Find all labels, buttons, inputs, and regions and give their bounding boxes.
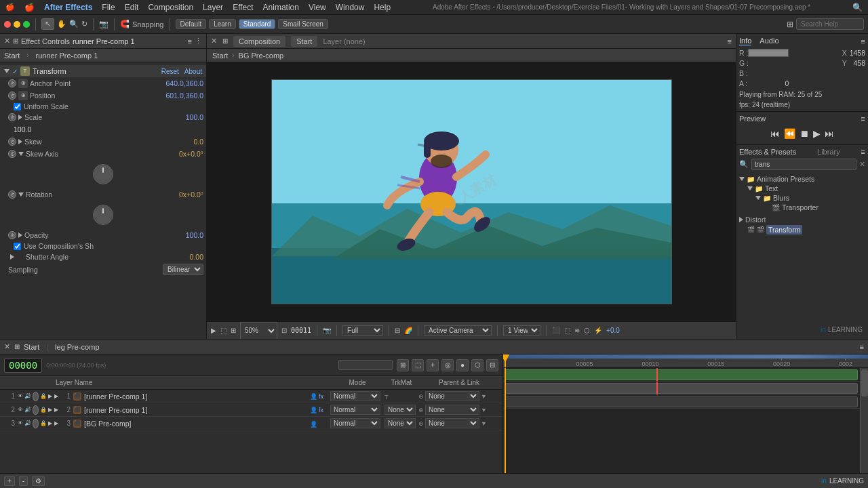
skew-stopwatch[interactable]: ⏱ bbox=[8, 138, 16, 146]
play-pause-btn[interactable]: ▶ bbox=[813, 128, 821, 139]
layer-1-mode-select[interactable]: Normal bbox=[330, 391, 380, 401]
shutter-angle-value[interactable]: 0.00 bbox=[149, 253, 203, 261]
menu-item-animation[interactable]: Animation bbox=[263, 3, 299, 12]
menu-item-aftereffects[interactable]: After Effects bbox=[44, 3, 92, 12]
skew-axis-value[interactable]: 0x+0.0° bbox=[149, 150, 203, 158]
layer-2-parent-arrow[interactable]: ▼ bbox=[481, 407, 487, 413]
layer-3-trk-select[interactable]: None bbox=[384, 418, 416, 428]
rotation-dial[interactable] bbox=[93, 205, 113, 225]
frame-blending-icon[interactable]: ⬚ bbox=[564, 327, 570, 334]
settings-btn[interactable]: ⚙ bbox=[32, 476, 45, 486]
text-folder[interactable]: 📁 Text bbox=[739, 184, 865, 193]
animation-presets-folder[interactable]: 📁 Animation Presets bbox=[739, 174, 865, 184]
skew-toggle[interactable] bbox=[18, 139, 22, 144]
rotation-value[interactable]: 0x+0.0° bbox=[149, 190, 203, 199]
layer-solo-btn[interactable]: ◎ bbox=[441, 359, 454, 371]
layer-3-mode-select[interactable]: Normal bbox=[330, 418, 380, 428]
library-tab[interactable]: Library bbox=[817, 148, 840, 156]
composition-canvas[interactable]: 人人素材 bbox=[271, 79, 672, 304]
preview-tools-icon[interactable]: ▶ bbox=[211, 327, 216, 334]
layer-3-audio-icon[interactable]: 🔊 bbox=[24, 420, 31, 428]
layer-2-expand-icon[interactable]: ▶ bbox=[48, 406, 53, 414]
shutter-angle-toggle[interactable] bbox=[10, 254, 14, 260]
transform-toggle[interactable] bbox=[4, 69, 9, 73]
search-help-input[interactable] bbox=[796, 18, 864, 30]
menu-item-file[interactable]: File bbox=[102, 3, 115, 12]
timeline-search[interactable] bbox=[338, 360, 393, 370]
layer-3-solo-icon[interactable] bbox=[33, 419, 39, 428]
timeline-tab-start[interactable]: Start bbox=[24, 343, 39, 351]
render-btn[interactable]: ⬚ bbox=[412, 359, 424, 371]
rotation-stopwatch[interactable]: ⏱ bbox=[8, 190, 16, 199]
layer-1-visible-icon[interactable]: 👁 bbox=[18, 392, 23, 401]
expand-panels-icon[interactable]: ⊞ bbox=[787, 20, 793, 29]
menu-item-window[interactable]: Window bbox=[336, 3, 365, 12]
info-menu-icon[interactable]: ≡ bbox=[861, 37, 865, 45]
scrollbar-thumb[interactable] bbox=[861, 369, 868, 396]
layer-3-expand2-icon[interactable]: ▶ bbox=[54, 420, 58, 428]
layer-row-1[interactable]: 1 👁 🔊 🔒 ▶ ▶ 1 ⬛ [runner Pre-comp 1] 👤 fx bbox=[0, 390, 502, 403]
uniform-scale-checkbox[interactable] bbox=[14, 103, 21, 110]
breadcrumb-start2[interactable]: Start bbox=[212, 52, 228, 60]
blurs-folder[interactable]: 📁 Blurs bbox=[739, 193, 865, 203]
hand-tool[interactable]: ✋ bbox=[57, 20, 66, 28]
layer-1-person-icon[interactable]: 👤 bbox=[310, 393, 317, 400]
time-display[interactable]: 00000 bbox=[4, 358, 42, 373]
track-clip-2[interactable] bbox=[505, 383, 858, 394]
opacity-stopwatch[interactable]: ⏱ bbox=[8, 231, 16, 239]
layer-1-expand2-icon[interactable]: ▶ bbox=[54, 392, 58, 401]
panel-menu-icon[interactable]: ≡ bbox=[188, 37, 192, 45]
use-comp-shutter-checkbox[interactable] bbox=[14, 243, 21, 250]
track-clip-1[interactable] bbox=[505, 369, 858, 380]
solo-all-btn[interactable]: ● bbox=[456, 359, 469, 371]
blurs-folder-toggle[interactable] bbox=[755, 196, 761, 200]
layer-1-solo-icon[interactable] bbox=[33, 392, 39, 401]
add-layer-btn[interactable]: + bbox=[427, 359, 439, 371]
zoom-select[interactable]: 50% 100% 25% bbox=[240, 322, 277, 340]
blending-mode-btn[interactable]: ⊟ bbox=[486, 359, 498, 371]
panel-close[interactable]: ✕ bbox=[4, 37, 10, 45]
composition-mini-btn[interactable]: ⊞ bbox=[397, 359, 409, 371]
layer-1-parent-select[interactable]: None bbox=[425, 391, 479, 401]
effects-menu-icon[interactable]: ≡ bbox=[861, 148, 865, 156]
camera-icon[interactable]: 📷 bbox=[323, 327, 331, 334]
select-tool[interactable]: ↖ bbox=[41, 18, 54, 30]
skip-to-end-btn[interactable]: ⏭ bbox=[825, 128, 834, 139]
default-btn[interactable]: Default bbox=[176, 19, 207, 29]
reset-btn[interactable]: Reset bbox=[161, 68, 179, 75]
fit-icon[interactable]: ⊡ bbox=[281, 327, 287, 334]
output-module-icon[interactable]: ⬚ bbox=[220, 327, 226, 334]
layer-1-expand-icon[interactable]: ▶ bbox=[48, 392, 53, 401]
layer-1-lock-icon[interactable]: 🔒 bbox=[40, 392, 47, 401]
draft-3d-icon[interactable]: ⬡ bbox=[584, 327, 590, 334]
skew-axis-toggle[interactable] bbox=[18, 152, 24, 156]
menu-item-view[interactable]: View bbox=[309, 3, 326, 12]
add-item-btn[interactable]: + bbox=[4, 476, 15, 486]
layer-2-visible-icon[interactable]: 👁 bbox=[18, 406, 23, 414]
layer-3-parent-arrow[interactable]: ▼ bbox=[481, 420, 487, 427]
quality-select[interactable]: Full Half Quarter bbox=[342, 325, 383, 336]
position-value[interactable]: 601.0,360.0 bbox=[149, 92, 203, 100]
transparency-grid-icon[interactable]: ⊟ bbox=[395, 327, 400, 334]
layer-2-fx-icon[interactable]: fx bbox=[319, 407, 323, 413]
comp-panel-menu[interactable]: ≡ bbox=[728, 37, 732, 45]
layer-row-3[interactable]: 3 👁 🔊 🔒 ▶ ▶ 3 ⬛ [BG Pre-comp] 👤 N bbox=[0, 417, 502, 430]
layer-1-name[interactable]: [runner Pre-comp 1] bbox=[84, 392, 310, 401]
sampling-select[interactable]: Bilinear Bicubic bbox=[163, 264, 203, 275]
breadcrumb-runner-precomp[interactable]: runner Pre-comp 1 bbox=[36, 52, 98, 60]
scale-value[interactable]: 100.0 bbox=[149, 113, 203, 121]
about-btn[interactable]: About bbox=[184, 68, 202, 75]
skip-to-start-btn[interactable]: ⏮ bbox=[770, 128, 780, 139]
breadcrumb-bgcomp[interactable]: BG Pre-comp bbox=[239, 52, 284, 60]
learn-btn[interactable]: Learn bbox=[209, 19, 236, 29]
composition-tab[interactable]: Composition bbox=[233, 36, 285, 47]
render-queue-icon[interactable]: ⬛ bbox=[552, 327, 560, 334]
layer-2-person-icon[interactable]: 👤 bbox=[310, 407, 317, 413]
layer-3-name[interactable]: [BG Pre-comp] bbox=[84, 420, 310, 428]
scale-stopwatch[interactable]: ⏱ bbox=[8, 113, 16, 121]
effects-search-clear[interactable]: ✕ bbox=[859, 160, 865, 169]
anchor-point-stopwatch[interactable]: ⏱ bbox=[8, 79, 16, 87]
layer-2-trk-select[interactable]: None bbox=[384, 405, 416, 415]
small-screen-btn[interactable]: Small Screen bbox=[278, 19, 328, 29]
toggle-expand-btn[interactable]: ⬡ bbox=[471, 359, 484, 371]
